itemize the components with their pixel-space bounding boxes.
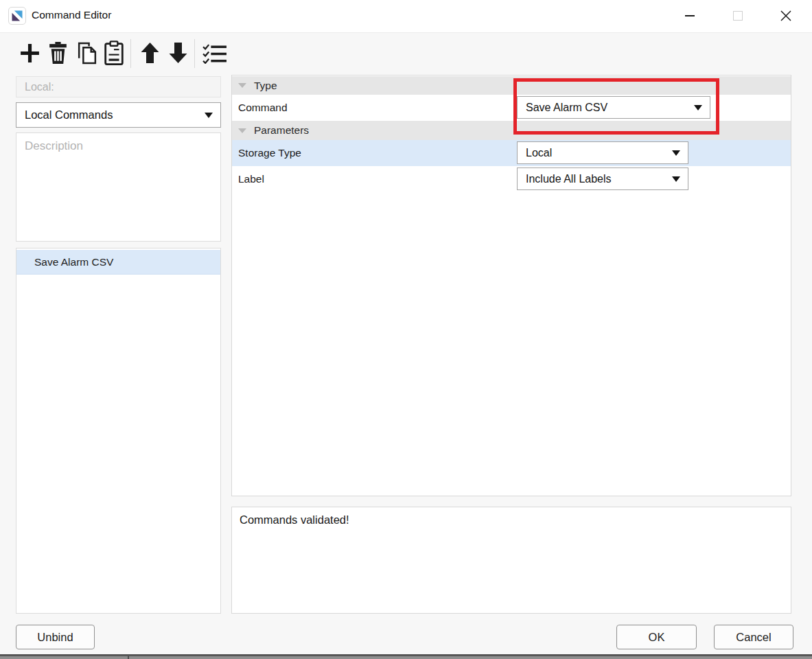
property-label: Command [238, 102, 288, 114]
ok-button[interactable]: OK [616, 625, 697, 649]
arrow-down-icon [168, 42, 188, 64]
chevron-down-icon [694, 105, 702, 111]
command-list[interactable]: Save Alarm CSV [16, 248, 221, 614]
copy-command-button[interactable] [76, 41, 97, 65]
validate-commands-button[interactable] [202, 44, 227, 64]
unbind-button[interactable]: Unbind [16, 625, 95, 649]
collapse-triangle-icon [238, 83, 246, 88]
command-dropdown[interactable]: Save Alarm CSV [517, 96, 710, 119]
property-grid: Type Command Save Alarm CSV Parameters S… [231, 75, 791, 496]
checklist-icon [202, 44, 227, 64]
background-window-edge [0, 654, 812, 659]
background-window-divider [128, 656, 129, 659]
maximize-icon [733, 11, 743, 21]
toolbar-separator [194, 39, 195, 68]
property-row-label[interactable]: Label Include All Labels [232, 166, 791, 192]
binding-target-field: Local: [16, 76, 221, 97]
plus-icon [19, 42, 41, 65]
command-editor-window: Command Editor [0, 0, 812, 659]
paste-icon [104, 41, 124, 66]
close-button[interactable] [774, 5, 798, 26]
property-label: Label [238, 173, 264, 185]
label-dropdown[interactable]: Include All Labels [517, 167, 688, 190]
dialog-body: Local: Local Commands Save Alarm CSV Typ… [0, 32, 812, 654]
move-down-button[interactable] [168, 42, 188, 64]
trash-icon [47, 41, 69, 65]
cancel-button[interactable]: Cancel [714, 625, 793, 649]
minimize-icon [685, 15, 695, 16]
storage-type-dropdown-value: Local [526, 147, 552, 159]
command-scope-value: Local Commands [25, 108, 113, 122]
validation-status-panel: Commands validated! [231, 507, 791, 614]
property-row-storage-type[interactable]: Storage Type Local [232, 140, 791, 166]
maximize-button[interactable] [726, 5, 750, 26]
close-icon [780, 10, 792, 22]
command-dropdown-value: Save Alarm CSV [526, 102, 607, 114]
command-list-item-selected[interactable]: Save Alarm CSV [16, 250, 220, 275]
section-title: Parameters [254, 124, 309, 137]
move-up-button[interactable] [140, 42, 160, 64]
arrow-up-icon [140, 42, 160, 64]
title-bar: Command Editor [0, 0, 812, 32]
storage-type-dropdown[interactable]: Local [517, 141, 688, 164]
add-command-button[interactable] [19, 42, 41, 65]
validation-message: Commands validated! [240, 513, 349, 526]
description-input[interactable] [16, 132, 221, 242]
property-row-command[interactable]: Command Save Alarm CSV [232, 95, 791, 121]
paste-command-button[interactable] [104, 41, 124, 66]
chevron-down-icon [672, 150, 680, 156]
label-dropdown-value: Include All Labels [526, 173, 612, 185]
command-scope-dropdown[interactable]: Local Commands [16, 102, 221, 128]
property-label: Storage Type [238, 147, 301, 159]
app-logo-icon [8, 7, 26, 25]
section-title: Type [254, 80, 277, 92]
copy-icon [76, 41, 97, 65]
section-header-type[interactable]: Type [232, 76, 791, 95]
minimize-button[interactable] [678, 5, 701, 26]
collapse-triangle-icon [238, 128, 246, 133]
window-title: Command Editor [32, 9, 111, 21]
toolbar-separator [130, 39, 131, 68]
chevron-down-icon [672, 176, 680, 182]
section-header-parameters[interactable]: Parameters [232, 121, 791, 140]
chevron-down-icon [205, 113, 213, 118]
delete-command-button[interactable] [47, 41, 69, 65]
